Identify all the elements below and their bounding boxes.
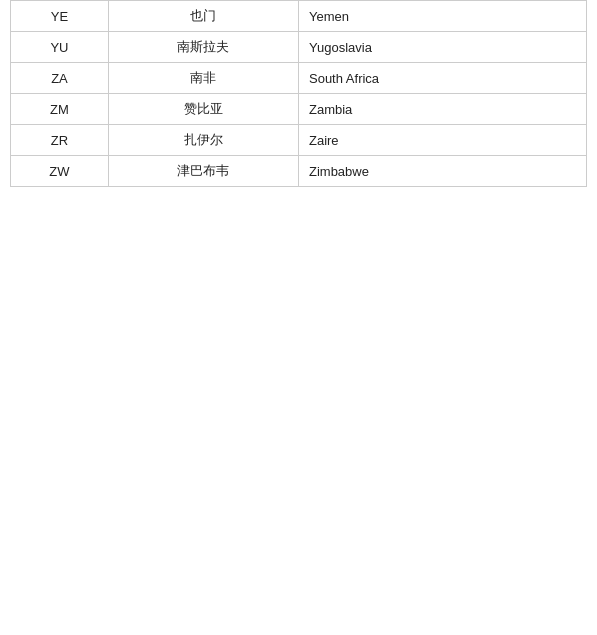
- country-chinese: 津巴布韦: [108, 156, 298, 187]
- country-english: Zambia: [298, 94, 586, 125]
- country-table: YE也门YemenYU南斯拉夫YugoslaviaZA南非South Afric…: [10, 0, 587, 187]
- page-wrapper: YE也门YemenYU南斯拉夫YugoslaviaZA南非South Afric…: [0, 0, 597, 635]
- country-english: South Africa: [298, 63, 586, 94]
- table-row: YU南斯拉夫Yugoslavia: [11, 32, 587, 63]
- table-row: ZW津巴布韦Zimbabwe: [11, 156, 587, 187]
- country-english: Yugoslavia: [298, 32, 586, 63]
- table-row: YE也门Yemen: [11, 1, 587, 32]
- country-code: ZR: [11, 125, 109, 156]
- country-chinese: 也门: [108, 1, 298, 32]
- country-code: ZW: [11, 156, 109, 187]
- country-chinese: 南斯拉夫: [108, 32, 298, 63]
- country-code: YE: [11, 1, 109, 32]
- country-code: ZA: [11, 63, 109, 94]
- country-code: ZM: [11, 94, 109, 125]
- country-chinese: 赞比亚: [108, 94, 298, 125]
- country-english: Yemen: [298, 1, 586, 32]
- table-row: ZR扎伊尔Zaire: [11, 125, 587, 156]
- country-chinese: 扎伊尔: [108, 125, 298, 156]
- country-english: Zimbabwe: [298, 156, 586, 187]
- country-code: YU: [11, 32, 109, 63]
- country-english: Zaire: [298, 125, 586, 156]
- table-container: YE也门YemenYU南斯拉夫YugoslaviaZA南非South Afric…: [0, 0, 597, 187]
- table-row: ZM赞比亚Zambia: [11, 94, 587, 125]
- table-row: ZA南非South Africa: [11, 63, 587, 94]
- country-chinese: 南非: [108, 63, 298, 94]
